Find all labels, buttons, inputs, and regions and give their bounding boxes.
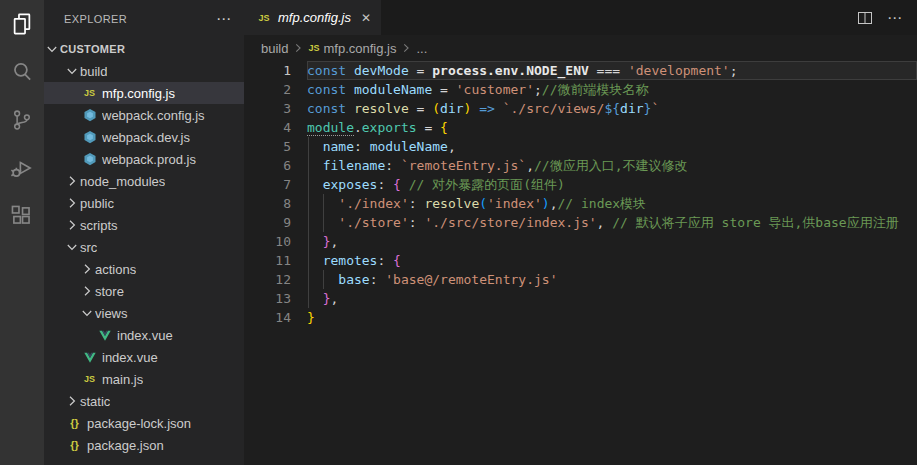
more-actions-icon[interactable]: ⋯ [887,9,903,27]
tab-mfp-config[interactable]: JSmfp.config.js✕ [244,0,381,35]
code-token: , [550,196,558,211]
chevron-right-icon [79,283,95,299]
line-number[interactable]: 2 [244,80,307,99]
code-line[interactable]: 3const resolve = (dir) => `./src/views/$… [244,99,917,118]
code-line-content[interactable]: module.exports = { [307,118,917,137]
split-editor-icon[interactable] [857,10,873,26]
code-line-content[interactable]: } [307,308,917,327]
webpack-icon [83,152,97,166]
source-control-icon [9,107,35,133]
code-token: process.env.NODE_ENV [432,63,589,78]
js-icon: JS [258,13,269,23]
tree-item-label: views [95,306,128,321]
code-token [307,139,323,154]
line-number[interactable]: 1 [244,61,307,80]
line-number[interactable]: 12 [244,270,307,289]
chevron-right-icon [64,173,80,189]
code-line-content[interactable]: './index': resolve('index'),// index模块 [307,194,917,213]
line-number[interactable]: 6 [244,156,307,175]
code-token [346,101,354,116]
code-line-content[interactable]: const devMode = process.env.NODE_ENV ===… [307,61,917,80]
extensions-icon [9,203,35,229]
line-number[interactable]: 5 [244,137,307,156]
code-line[interactable]: 11 remotes: { [244,251,917,270]
chevron-down-icon [79,305,95,321]
close-icon[interactable]: ✕ [361,11,371,25]
tree-item[interactable]: webpack.config.js [44,104,244,126]
code-token: //微应用入口,不建议修改 [534,158,687,173]
tree-item[interactable]: build [44,60,244,82]
tree-item[interactable]: store [44,280,244,302]
tree-item[interactable]: {}package-lock.json [44,412,244,434]
breadcrumb-item[interactable]: JSmfp.config.js [308,41,396,56]
line-number[interactable]: 11 [244,251,307,270]
activity-bar [0,0,44,465]
code-line-content[interactable]: './store': './src/store/index.js', // 默认… [307,213,917,232]
tree-item[interactable]: static [44,390,244,412]
code-token: = [417,120,440,135]
tree-root-customer[interactable]: CUSTOMER [44,38,244,60]
tree-item[interactable]: JSmain.js [44,368,244,390]
line-number[interactable]: 3 [244,99,307,118]
code-token: 'base@/remoteEntry.js' [385,272,557,287]
tree-item[interactable]: webpack.prod.js [44,148,244,170]
code-line[interactable]: 1const devMode = process.env.NODE_ENV ==… [244,61,917,80]
code-line-content[interactable]: base: 'base@/remoteEntry.js' [307,270,917,289]
code-line[interactable]: 5 name: moduleName, [244,137,917,156]
code-line[interactable]: 14} [244,308,917,327]
more-actions-icon[interactable]: ⋯ [216,10,232,28]
tree-item[interactable]: index.vue [44,346,244,368]
code-line[interactable]: 9 './store': './src/store/index.js', // … [244,213,917,232]
indent-guide [323,213,324,232]
editor-actions: ⋯ [857,0,917,35]
code-token: ` [651,101,659,116]
line-number[interactable]: 10 [244,232,307,251]
breadcrumb-item[interactable]: ... [416,41,427,56]
sidebar-explorer: EXPLORER ⋯ CUSTOMER buildJSmfp.config.js… [44,0,244,465]
tree-item[interactable]: {}package.json [44,434,244,456]
tree-item[interactable]: views [44,302,244,324]
tree-item[interactable]: index.vue [44,324,244,346]
code-line-content[interactable]: remotes: { [307,251,917,270]
tree-item[interactable]: public [44,192,244,214]
activitybar-extensions[interactable] [0,192,44,240]
tree-item[interactable]: src [44,236,244,258]
code-editor[interactable]: 1const devMode = process.env.NODE_ENV ==… [244,61,917,465]
code-token: : [377,253,393,268]
code-line[interactable]: 13 }, [244,289,917,308]
tree-item[interactable]: node_modules [44,170,244,192]
activitybar-explorer[interactable] [0,0,44,48]
tree-item-label: public [80,196,114,211]
code-line-content[interactable]: }, [307,232,917,251]
tree-item[interactable]: webpack.dev.js [44,126,244,148]
code-line-content[interactable]: }, [307,289,917,308]
code-line[interactable]: 12 base: 'base@/remoteEntry.js' [244,270,917,289]
breadcrumb-item[interactable]: build [261,41,288,56]
activitybar-run-and-debug[interactable] [0,144,44,192]
code-line[interactable]: 4module.exports = { [244,118,917,137]
line-number[interactable]: 14 [244,308,307,327]
explorer-header: EXPLORER ⋯ [44,0,244,38]
code-line[interactable]: 10 }, [244,232,917,251]
code-line[interactable]: 2const moduleName = 'customer';//微前端模块名称 [244,80,917,99]
code-line-content[interactable]: filename: `remoteEntry.js`,//微应用入口,不建议修改 [307,156,917,175]
line-number[interactable]: 9 [244,213,307,232]
activitybar-search[interactable] [0,48,44,96]
tree-item[interactable]: JSmfp.config.js [44,82,244,104]
code-token: // index模块 [558,196,647,211]
code-line[interactable]: 7 exposes: { // 对外暴露的页面(组件) [244,175,917,194]
code-line-content[interactable]: const moduleName = 'customer';//微前端模块名称 [307,80,917,99]
activitybar-source-control[interactable] [0,96,44,144]
code-token: ; [534,82,542,97]
line-number[interactable]: 13 [244,289,307,308]
code-line-content[interactable]: const resolve = (dir) => `./src/views/${… [307,99,917,118]
tree-item[interactable]: actions [44,258,244,280]
code-line-content[interactable]: name: moduleName, [307,137,917,156]
code-line[interactable]: 8 './index': resolve('index'),// index模块 [244,194,917,213]
tree-item[interactable]: scripts [44,214,244,236]
line-number[interactable]: 8 [244,194,307,213]
code-line[interactable]: 6 filename: `remoteEntry.js`,//微应用入口,不建议… [244,156,917,175]
line-number[interactable]: 7 [244,175,307,194]
code-line-content[interactable]: exposes: { // 对外暴露的页面(组件) [307,175,917,194]
line-number[interactable]: 4 [244,118,307,137]
